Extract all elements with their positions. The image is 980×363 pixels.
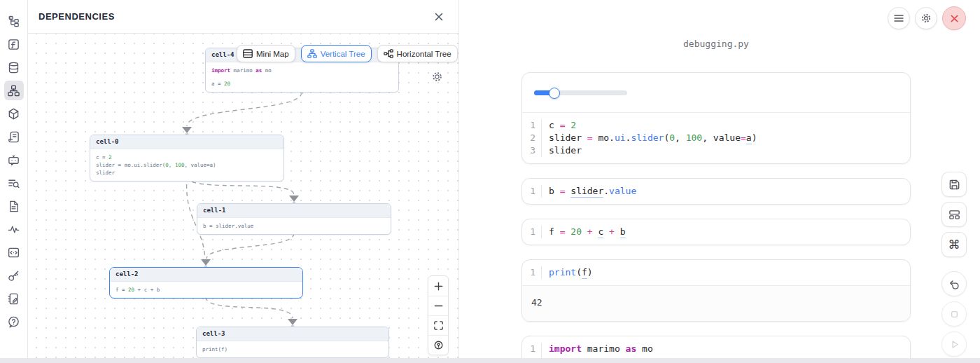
cell-output: 42 bbox=[522, 285, 910, 321]
sidebar-item-ai-chat[interactable] bbox=[4, 150, 24, 170]
fit-view-icon bbox=[433, 320, 444, 331]
sidebar-item-search-logs[interactable] bbox=[4, 173, 24, 193]
dependencies-panel: DEPENDENCIES cell-4import marimo as moa … bbox=[28, 0, 459, 363]
sidebar-item-variables[interactable] bbox=[4, 34, 24, 54]
sidebar-item-snippets[interactable] bbox=[4, 196, 24, 216]
graph-node-code: b = slider.value bbox=[197, 218, 391, 234]
notebook-cell[interactable]: 1print(f)42 bbox=[522, 259, 911, 322]
toolbar-label: Horizontal Tree bbox=[397, 50, 451, 58]
horizontal-scrollbar[interactable] bbox=[0, 358, 980, 363]
toolbar-mini-map-button[interactable]: Mini Map bbox=[237, 45, 295, 62]
chat-bot-icon bbox=[7, 153, 20, 167]
panel-header: DEPENDENCIES bbox=[28, 0, 458, 34]
graph-toolbar: Mini MapVertical TreeHorizontal Tree bbox=[237, 45, 458, 62]
notebook-cell[interactable]: 1b = slider.value bbox=[522, 178, 911, 205]
notebook-cell[interactable]: 1c = 22slider = mo.ui.slider(0, 100, val… bbox=[522, 72, 911, 164]
functions-icon bbox=[7, 38, 20, 51]
code-line: 1f = 20 + c + b bbox=[522, 226, 910, 238]
graph-node-cell-0[interactable]: cell-0c = 2slider = mo.ui.slider(0, 100,… bbox=[90, 135, 284, 182]
graph-node-cell-3[interactable]: cell-3print(f) bbox=[196, 327, 389, 358]
zoom-out-button[interactable] bbox=[428, 296, 448, 315]
plus-icon bbox=[433, 281, 444, 292]
line-number: 1 bbox=[522, 343, 542, 355]
document-icon bbox=[7, 200, 20, 213]
sidebar-item-runtime-activity[interactable] bbox=[4, 219, 24, 239]
notebook-pencil-icon bbox=[7, 292, 20, 306]
graph-node-code: import marimo as moa = 20 bbox=[206, 62, 398, 92]
zoom-controls bbox=[428, 275, 449, 355]
cell-output bbox=[522, 73, 910, 113]
sidebar-item-scratchpad[interactable] bbox=[4, 289, 24, 308]
sidebar-item-file-explorer[interactable] bbox=[4, 11, 24, 31]
sidebar-item-packages[interactable] bbox=[4, 104, 24, 123]
slider-thumb[interactable] bbox=[549, 88, 560, 99]
command-icon: ⌘ bbox=[948, 238, 960, 252]
line-content: f = 20 + c + b bbox=[542, 226, 626, 238]
list-search-icon bbox=[7, 177, 20, 190]
line-content: b = slider.value bbox=[542, 185, 636, 198]
zoom-in-button[interactable] bbox=[428, 276, 448, 296]
line-content: slider bbox=[542, 144, 582, 157]
graph-node-cell-2[interactable]: cell-2f = 20 + c + b bbox=[109, 267, 303, 299]
line-number: 2 bbox=[522, 132, 542, 144]
activity-rail bbox=[0, 0, 28, 363]
run-button[interactable] bbox=[941, 331, 967, 357]
line-number: 1 bbox=[522, 185, 542, 198]
hamburger-menu-icon bbox=[894, 14, 904, 22]
sidebar-item-datasources[interactable] bbox=[4, 57, 24, 77]
cell-editor[interactable]: 1b = slider.value bbox=[522, 179, 910, 204]
cell-action-buttons: ⌘ bbox=[941, 172, 967, 357]
shutdown-button[interactable] bbox=[942, 6, 966, 30]
close-icon bbox=[950, 14, 959, 23]
play-icon bbox=[948, 338, 961, 351]
notebook-menu-button[interactable] bbox=[888, 7, 910, 29]
toolbar-horizontal-tree-button[interactable]: Horizontal Tree bbox=[377, 45, 458, 62]
toolbar-vertical-tree-button[interactable]: Vertical Tree bbox=[301, 45, 372, 62]
toolbar-label: Vertical Tree bbox=[321, 50, 365, 58]
layout-button[interactable] bbox=[941, 202, 967, 227]
notebook-header-controls bbox=[888, 7, 966, 30]
notebook-settings-button[interactable] bbox=[915, 7, 937, 29]
graph-node-title: cell-3 bbox=[197, 327, 388, 341]
database-icon bbox=[7, 61, 20, 74]
file-tree-icon bbox=[7, 15, 20, 28]
keyboard-shortcuts-button[interactable]: ⌘ bbox=[941, 232, 967, 257]
notebook-cell[interactable]: 1f = 20 + c + b bbox=[522, 219, 911, 245]
slider-track[interactable] bbox=[534, 90, 627, 95]
sidebar-item-logs[interactable] bbox=[4, 127, 24, 146]
save-button[interactable] bbox=[941, 172, 967, 197]
sidebar-item-dependency-graph[interactable] bbox=[4, 81, 24, 100]
undo-button[interactable] bbox=[941, 271, 967, 296]
graph-node-code: f = 20 + c + b bbox=[110, 282, 302, 298]
graph-node-code: c = 2slider = mo.ui.slider(0, 100, value… bbox=[90, 149, 284, 181]
stop-button[interactable] bbox=[941, 301, 967, 327]
interactive-mode-button[interactable] bbox=[428, 335, 448, 355]
cells-column: 1c = 22slider = mo.ui.slider(0, 100, val… bbox=[522, 72, 911, 363]
dependency-graph-icon bbox=[7, 84, 20, 97]
notebook-area: debugging.py 1c = 22slider = mo.ui.slide… bbox=[459, 0, 980, 363]
line-number: 3 bbox=[522, 144, 542, 157]
toolbar-label: Mini Map bbox=[256, 50, 289, 58]
sidebar-item-outline[interactable] bbox=[4, 242, 24, 262]
graph-node-code: print(f) bbox=[197, 341, 388, 357]
code-block-icon bbox=[7, 246, 20, 259]
key-icon bbox=[7, 269, 20, 282]
close-panel-button[interactable] bbox=[430, 8, 447, 25]
sidebar-item-help[interactable] bbox=[4, 312, 24, 331]
graph-node-cell-1[interactable]: cell-1b = slider.value bbox=[197, 203, 391, 235]
graph-node-title: cell-0 bbox=[90, 135, 284, 149]
vertical-tree-icon bbox=[307, 49, 317, 58]
cell-editor[interactable]: 1f = 20 + c + b bbox=[522, 219, 910, 245]
cell-editor[interactable]: 1print(f) bbox=[522, 260, 910, 285]
graph-node-title: cell-1 bbox=[197, 204, 391, 218]
notebook-filename[interactable]: debugging.py bbox=[522, 39, 911, 49]
dependency-graph-canvas[interactable]: cell-4import marimo as moa = 20cell-0c =… bbox=[28, 34, 458, 363]
code-line: 3slider bbox=[522, 144, 910, 157]
code-line: 1print(f) bbox=[522, 266, 910, 279]
graph-settings-button[interactable] bbox=[430, 71, 443, 83]
panel-layout-icon bbox=[948, 208, 961, 221]
stop-icon bbox=[948, 308, 961, 321]
fit-view-button[interactable] bbox=[428, 315, 448, 335]
cell-editor[interactable]: 1c = 22slider = mo.ui.slider(0, 100, val… bbox=[522, 113, 910, 163]
sidebar-item-secrets[interactable] bbox=[4, 266, 24, 285]
